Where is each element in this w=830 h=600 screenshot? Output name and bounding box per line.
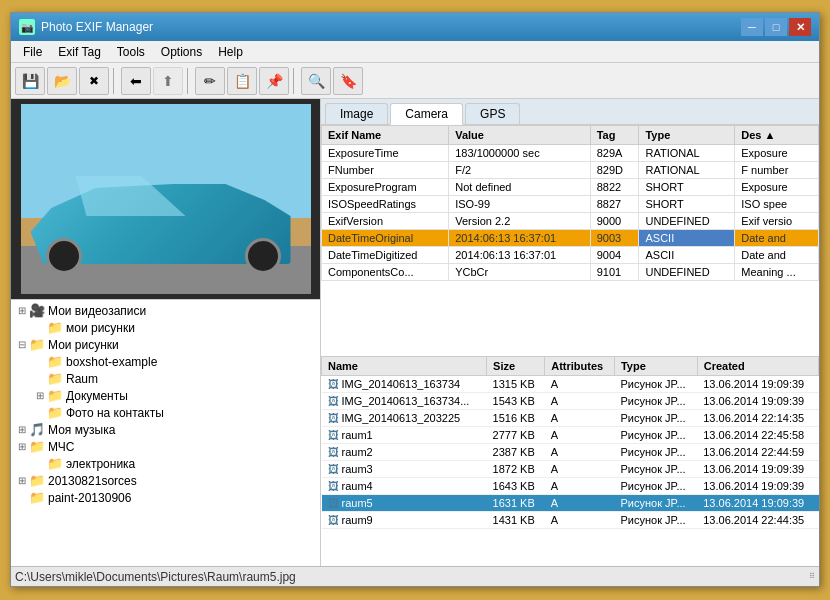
tab-image[interactable]: Image bbox=[325, 103, 388, 124]
tree-item[interactable]: ⊞📁Документы bbox=[13, 387, 318, 404]
tree-expand-icon[interactable]: ⊞ bbox=[15, 475, 29, 486]
tree-item[interactable]: 📁Фото на контакты bbox=[13, 404, 318, 421]
file-tree[interactable]: ⊞🎥Мои видеозаписи 📁мои рисунки⊟📁Мои рису… bbox=[11, 299, 320, 566]
exif-row[interactable]: ISOSpeedRatings ISO-99 8827 SHORT ISO sp… bbox=[322, 196, 819, 213]
titlebar-controls: ─ □ ✕ bbox=[741, 18, 811, 36]
tree-item[interactable]: 📁Raum bbox=[13, 370, 318, 387]
exif-name-cell: ExifVersion bbox=[322, 213, 449, 230]
file-size-cell: 1431 KB bbox=[487, 512, 545, 529]
tree-item[interactable]: 📁paint-20130906 bbox=[13, 489, 318, 506]
tree-folder-icon: 🎵 bbox=[29, 422, 45, 437]
file-attrs-cell: A bbox=[545, 478, 615, 495]
file-list-container[interactable]: Name Size Attributes Type Created 🖼IMG_2… bbox=[321, 356, 819, 566]
file-name-cell: 🖼IMG_20140613_163734... bbox=[322, 393, 487, 410]
tree-item-label: 20130821sorces bbox=[48, 474, 137, 488]
toolbar-bookmark[interactable]: 🔖 bbox=[333, 67, 363, 95]
menu-help[interactable]: Help bbox=[210, 43, 251, 61]
exif-tag-cell: 9004 bbox=[590, 247, 639, 264]
file-type-cell: Рисунок JP... bbox=[614, 393, 697, 410]
tree-item-label: Мои видеозаписи bbox=[48, 304, 146, 318]
col-file-type[interactable]: Type bbox=[614, 357, 697, 376]
tree-item[interactable]: 📁мои рисунки bbox=[13, 319, 318, 336]
file-size-cell: 1872 KB bbox=[487, 461, 545, 478]
file-row[interactable]: 🖼IMG_20140613_163734... 1543 KB A Рисуно… bbox=[322, 393, 819, 410]
tree-folder-icon: 📁 bbox=[47, 371, 63, 386]
tree-item[interactable]: ⊞📁20130821sorces bbox=[13, 472, 318, 489]
col-description[interactable]: Des ▲ bbox=[735, 126, 819, 145]
tree-expand-icon[interactable]: ⊞ bbox=[15, 305, 29, 316]
exif-type-cell: SHORT bbox=[639, 196, 735, 213]
col-file-attrs[interactable]: Attributes bbox=[545, 357, 615, 376]
file-row[interactable]: 🖼IMG_20140613_203225 1516 KB A Рисунок J… bbox=[322, 410, 819, 427]
tab-camera[interactable]: Camera bbox=[390, 103, 463, 125]
file-row[interactable]: 🖼raum5 1631 KB A Рисунок JP... 13.06.201… bbox=[322, 495, 819, 512]
toolbar-search[interactable]: 🔍 bbox=[301, 67, 331, 95]
file-row[interactable]: 🖼raum1 2777 KB A Рисунок JP... 13.06.201… bbox=[322, 427, 819, 444]
tree-item[interactable]: ⊞🎥Мои видеозаписи bbox=[13, 302, 318, 319]
col-file-name[interactable]: Name bbox=[322, 357, 487, 376]
toolbar-open[interactable]: 📂 bbox=[47, 67, 77, 95]
menu-file[interactable]: File bbox=[15, 43, 50, 61]
resize-handle[interactable]: ⠿ bbox=[809, 572, 815, 581]
tree-expand-icon[interactable]: ⊟ bbox=[15, 339, 29, 350]
file-row[interactable]: 🖼raum3 1872 KB A Рисунок JP... 13.06.201… bbox=[322, 461, 819, 478]
col-type[interactable]: Type bbox=[639, 126, 735, 145]
toolbar-save[interactable]: 💾 bbox=[15, 67, 45, 95]
toolbar-copy[interactable]: 📋 bbox=[227, 67, 257, 95]
file-created-cell: 13.06.2014 19:09:39 bbox=[697, 461, 818, 478]
toolbar-pin[interactable]: 📌 bbox=[259, 67, 289, 95]
toolbar-up[interactable]: ⬆ bbox=[153, 67, 183, 95]
file-created-cell: 13.06.2014 22:14:35 bbox=[697, 410, 818, 427]
tree-expand-icon[interactable]: ⊞ bbox=[33, 390, 47, 401]
file-row[interactable]: 🖼raum4 1643 KB A Рисунок JP... 13.06.201… bbox=[322, 478, 819, 495]
maximize-button[interactable]: □ bbox=[765, 18, 787, 36]
menu-tools[interactable]: Tools bbox=[109, 43, 153, 61]
tabs-container: Image Camera GPS bbox=[321, 99, 819, 125]
close-button[interactable]: ✕ bbox=[789, 18, 811, 36]
app-icon: 📷 bbox=[19, 19, 35, 35]
toolbar-delete[interactable]: ✖ bbox=[79, 67, 109, 95]
menu-options[interactable]: Options bbox=[153, 43, 210, 61]
menu-exiftag[interactable]: Exif Tag bbox=[50, 43, 108, 61]
tree-item[interactable]: ⊞🎵Моя музыка bbox=[13, 421, 318, 438]
tree-folder-icon: 📁 bbox=[29, 337, 45, 352]
exif-row[interactable]: ExposureTime 183/1000000 sec 829A RATION… bbox=[322, 145, 819, 162]
exif-table-container[interactable]: Exif Name Value Tag Type Des ▲ ExposureT… bbox=[321, 125, 819, 356]
exif-row[interactable]: DateTimeOriginal 2014:06:13 16:37:01 900… bbox=[322, 230, 819, 247]
exif-row[interactable]: ExifVersion Version 2.2 9000 UNDEFINED E… bbox=[322, 213, 819, 230]
file-attrs-cell: A bbox=[545, 393, 615, 410]
tree-item[interactable]: ⊞📁МЧС bbox=[13, 438, 318, 455]
file-created-cell: 13.06.2014 19:09:39 bbox=[697, 495, 818, 512]
tree-item-label: Фото на контакты bbox=[66, 406, 164, 420]
titlebar-left: 📷 Photo EXIF Manager bbox=[19, 19, 153, 35]
file-icon: 🖼 bbox=[328, 497, 339, 509]
file-row[interactable]: 🖼raum9 1431 KB A Рисунок JP... 13.06.201… bbox=[322, 512, 819, 529]
toolbar-edit[interactable]: ✏ bbox=[195, 67, 225, 95]
exif-name-cell: ExposureProgram bbox=[322, 179, 449, 196]
tree-item[interactable]: ⊟📁Мои рисунки bbox=[13, 336, 318, 353]
col-tag[interactable]: Tag bbox=[590, 126, 639, 145]
col-file-created[interactable]: Created bbox=[697, 357, 818, 376]
exif-row[interactable]: ExposureProgram Not defined 8822 SHORT E… bbox=[322, 179, 819, 196]
file-created-cell: 13.06.2014 22:44:59 bbox=[697, 444, 818, 461]
tree-expand-icon[interactable]: ⊞ bbox=[15, 424, 29, 435]
exif-tag-cell: 8822 bbox=[590, 179, 639, 196]
tree-item[interactable]: 📁boxshot-example bbox=[13, 353, 318, 370]
exif-value-cell: 2014:06:13 16:37:01 bbox=[449, 247, 590, 264]
col-value[interactable]: Value bbox=[449, 126, 590, 145]
toolbar-back[interactable]: ⬅ bbox=[121, 67, 151, 95]
tree-expand-icon[interactable]: ⊞ bbox=[15, 441, 29, 452]
exif-row[interactable]: DateTimeDigitized 2014:06:13 16:37:01 90… bbox=[322, 247, 819, 264]
exif-row[interactable]: ComponentsCo... YCbCr 9101 UNDEFINED Mea… bbox=[322, 264, 819, 281]
col-exif-name[interactable]: Exif Name bbox=[322, 126, 449, 145]
left-panel: ⊞🎥Мои видеозаписи 📁мои рисунки⊟📁Мои рису… bbox=[11, 99, 321, 566]
col-file-size[interactable]: Size bbox=[487, 357, 545, 376]
file-row[interactable]: 🖼raum2 2387 KB A Рисунок JP... 13.06.201… bbox=[322, 444, 819, 461]
exif-type-cell: UNDEFINED bbox=[639, 213, 735, 230]
file-row[interactable]: 🖼IMG_20140613_163734 1315 KB A Рисунок J… bbox=[322, 376, 819, 393]
minimize-button[interactable]: ─ bbox=[741, 18, 763, 36]
tree-item[interactable]: 📁электроника bbox=[13, 455, 318, 472]
tab-gps[interactable]: GPS bbox=[465, 103, 520, 124]
photo-preview bbox=[11, 99, 320, 299]
exif-row[interactable]: FNumber F/2 829D RATIONAL F number bbox=[322, 162, 819, 179]
